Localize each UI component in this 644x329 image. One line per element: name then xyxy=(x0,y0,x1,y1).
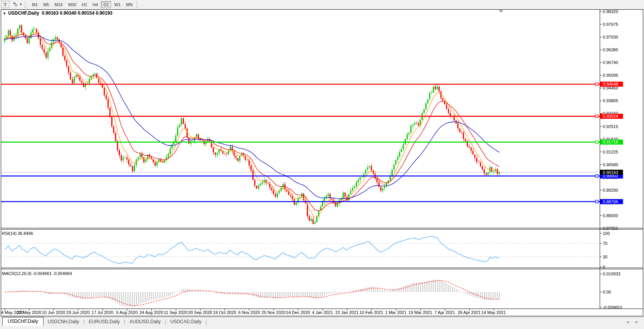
macd-axis-label: 0.010933 xyxy=(603,272,620,276)
date-axis-label: 24 Aug 2020 xyxy=(140,310,163,315)
price-tag-label: 0.91718 xyxy=(603,140,618,144)
price-axis-label: 0.98320 xyxy=(603,9,618,14)
tab-scroll-right-icon[interactable]: ► xyxy=(635,320,639,324)
date-axis-label: 17 Jul 2020 xyxy=(91,310,113,315)
date-axis-label: 1 Mar 2021 xyxy=(385,310,407,315)
price-tag-label: 0.90193 xyxy=(603,170,618,175)
chart-title[interactable]: ▼USDCHF,Daily 0.90163 0.90340 0.90154 0.… xyxy=(3,10,113,16)
macd-axis-label: 0.00 xyxy=(603,290,611,294)
date-axis-label: 22 May 2020 xyxy=(17,310,42,315)
tab-scroll-arrows: ◄ ► xyxy=(626,320,639,324)
chart-tab-bar: USDCHF,DailyUSDCNH,Daily|EURUSD,Daily|AU… xyxy=(0,317,644,326)
level-handle-0.91718 xyxy=(595,141,598,143)
tab-separator: | xyxy=(205,319,207,324)
status-strip xyxy=(0,326,644,329)
price-axis-label: 0.92515 xyxy=(603,124,618,129)
tab-scroll-left-icon[interactable]: ◄ xyxy=(626,320,629,324)
price-axis-label: 0.93805 xyxy=(603,98,618,103)
tab-USDCHF,Daily[interactable]: USDCHF,Daily xyxy=(2,317,44,326)
rsi-axis-label: 30 xyxy=(603,255,607,259)
price-axis-label: 0.97675 xyxy=(603,22,618,27)
date-axis-label: 19 Oct 2020 xyxy=(213,310,236,315)
macd-indicator-label: MACD(12,26,9) -0.004661 -0.004964 xyxy=(2,271,72,276)
price-axis-label: 0.95095 xyxy=(603,73,618,78)
chart-ohlc-values: 0.90163 0.90340 0.90154 0.90193 xyxy=(42,10,113,16)
rsi-indicator-label: RSI(14) 36.8496 xyxy=(2,231,33,236)
rsi-axis-label: 100 xyxy=(603,231,610,236)
date-axis-label: 30 Sep 2020 xyxy=(188,310,212,315)
tab-EURUSD,Daily[interactable]: EURUSD,Daily xyxy=(84,319,124,324)
price-axis-label: 0.95740 xyxy=(603,60,618,65)
date-axis-label: 11 Sep 2020 xyxy=(164,310,188,315)
level-handle-0.93024 xyxy=(595,115,598,118)
date-axis-label: 19 Mar 2021 xyxy=(409,310,432,315)
macd-axis-label: -0.009653 xyxy=(603,305,622,310)
date-axis-label: 5 Aug 2020 xyxy=(116,310,138,315)
rsi-axis-label: 0 xyxy=(603,265,605,269)
price-tag-label: 0.94648 xyxy=(603,82,618,86)
date-axis-label: 25 Nov 2020 xyxy=(262,310,286,315)
date-axis-label: 29 Jun 2020 xyxy=(66,310,90,315)
date-axis-label: 10 Feb 2021 xyxy=(360,310,383,315)
date-axis-label: 26 Apr 2021 xyxy=(458,310,481,315)
date-axis-label: 14 Dec 2020 xyxy=(286,310,310,315)
level-handle-0.94648 xyxy=(595,83,598,86)
price-axis-label: 0.88000 xyxy=(603,213,618,218)
level-handle-0.88706 xyxy=(595,200,598,203)
chart-canvas[interactable]: 0.983200.976750.970300.963850.957400.950… xyxy=(0,0,644,329)
date-axis-label: 7 Apr 2021 xyxy=(434,310,455,315)
tab-USDCNH,Daily[interactable]: USDCNH,Daily xyxy=(44,319,83,324)
price-axis-label: 0.91225 xyxy=(603,150,618,154)
price-axis-label: 0.89290 xyxy=(603,188,618,192)
chart-dropdown-icon[interactable]: ▼ xyxy=(3,12,6,15)
level-handle-0.90002 xyxy=(595,175,598,177)
price-tag-label: 0.93024 xyxy=(603,114,618,118)
tab-AUDUSD,Daily[interactable]: AUDUSD,Daily xyxy=(125,319,165,324)
date-axis-label: 6 Nov 2020 xyxy=(238,310,260,315)
price-axis-label: 0.90580 xyxy=(603,162,618,167)
date-axis-label: 22 Jan 2021 xyxy=(335,310,359,315)
price-axis-label: 0.96385 xyxy=(603,47,618,52)
price-axis-label: 0.87355 xyxy=(603,226,618,231)
trading-terminal: T ▼ M1M5M15M30H1H4D1W1MN 0.983200.976750… xyxy=(0,0,644,329)
rsi-axis-label: 70 xyxy=(603,241,607,246)
date-axis-label: 10 Jun 2020 xyxy=(42,310,66,315)
date-axis-label: 14 May 2021 xyxy=(481,310,506,315)
chart-symbol-period: USDCHF,Daily xyxy=(8,10,39,16)
tab-USDCAD,Daily[interactable]: USDCAD,Daily xyxy=(166,319,206,324)
date-axis-label: 4 Jan 2021 xyxy=(312,310,333,315)
price-axis-label: 0.97030 xyxy=(603,35,618,39)
price-tag-label: 0.88706 xyxy=(603,199,618,204)
chart-tabs: USDCHF,DailyUSDCNH,Daily|EURUSD,Daily|AU… xyxy=(0,318,207,326)
